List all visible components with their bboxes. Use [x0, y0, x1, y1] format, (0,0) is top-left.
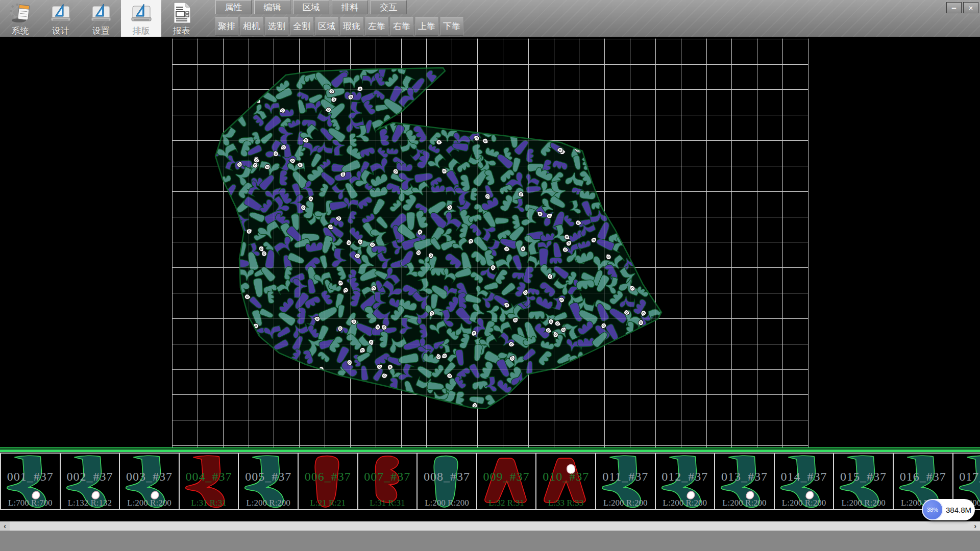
piece-lr-label: L:31 R:31 [180, 498, 238, 508]
tool-align-right[interactable]: 右靠 [390, 17, 413, 36]
app-tab-label: 排版 [133, 25, 150, 37]
app-tab-label: 设置 [92, 25, 110, 37]
piece-thumbnail-strip: 001_#37L:700 R:700002_#37L:132 R:132003_… [0, 453, 980, 510]
piece-thumbnail[interactable]: 015_#37L:200 R:200 [833, 453, 894, 510]
piece-thumbnail[interactable]: 005_#37L:200 R:200 [238, 453, 299, 510]
piece-lr-label: L:200 R:200 [834, 498, 893, 508]
app-tab-label: 报表 [173, 25, 190, 37]
piece-lr-label: L:200 R:200 [239, 498, 298, 508]
piece-id-label: 006_#37 [299, 470, 357, 484]
piece-thumbnail[interactable]: 012_#37L:200 R:200 [655, 453, 716, 510]
piece-id-label: 008_#37 [418, 470, 476, 484]
tool-align-bottom[interactable]: 下靠 [440, 17, 463, 36]
piece-id-label: 007_#37 [358, 470, 417, 484]
window-footer [0, 531, 980, 551]
piece-lr-label: L:32 R:31 [477, 498, 536, 508]
system-icon [9, 1, 32, 24]
ruler-icon [89, 1, 113, 24]
app-tab-system[interactable]: 系统 [0, 0, 40, 37]
piece-lr-label: L:200 R:200 [715, 498, 774, 508]
piece-id-label: 012_#37 [656, 470, 715, 484]
piece-id-label: 015_#37 [834, 470, 893, 484]
piece-lr-label: L:31 R:31 [358, 498, 417, 508]
tool-cluster-nest[interactable]: 聚排 [215, 17, 238, 36]
piece-id-label: 002_#37 [61, 470, 119, 484]
app-tab-label: 系统 [12, 25, 29, 37]
app-tab-bar: 系统设计设置排版报表 [0, 0, 202, 37]
tool-defect[interactable]: 瑕疵 [340, 17, 363, 36]
piece-lr-label: L:200 R:200 [120, 498, 179, 508]
strip-separator-band [0, 449, 980, 452]
progress-percent: 38% [927, 507, 938, 513]
app-tab-layout[interactable]: 排版 [121, 0, 161, 37]
piece-thumbnail[interactable]: 008_#37L:200 R:200 [416, 453, 477, 510]
piece-thumbnail[interactable]: 013_#37L:200 R:200 [714, 453, 775, 510]
piece-thumbnail[interactable]: 006_#37L:21 R:21 [298, 453, 358, 510]
close-button[interactable]: ✕ [963, 2, 978, 13]
piece-id-label: 011_#37 [596, 470, 655, 484]
menu-bar: 属性编辑区域排料交互 [215, 0, 407, 15]
menu-material[interactable]: 排料 [332, 0, 368, 14]
piece-lr-label: L:200 R:200 [418, 498, 476, 508]
scroll-left-arrow[interactable]: ‹ [0, 521, 10, 531]
piece-lr-label: L:200 R:200 [656, 498, 715, 508]
nesting-workspace: 001_#37L:700 R:700002_#37L:132 R:132003_… [0, 37, 980, 521]
piece-thumbnail[interactable]: 007_#37L:31 R:31 [357, 453, 418, 510]
scroll-right-arrow[interactable]: › [970, 521, 980, 531]
piece-lr-label: L:21 R:21 [299, 498, 357, 508]
tool-full-cut[interactable]: 全割 [290, 17, 313, 36]
piece-id-label: 017_#37 [953, 470, 980, 484]
piece-lr-label: L:132 R:132 [61, 498, 119, 508]
ruler-icon [130, 1, 153, 24]
menu-edit[interactable]: 编辑 [254, 0, 290, 14]
piece-thumbnail[interactable]: 002_#37L:132 R:132 [60, 453, 120, 510]
piece-id-label: 016_#37 [894, 470, 952, 484]
progress-circle: 38% [922, 499, 943, 520]
piece-id-label: 004_#37 [180, 470, 238, 484]
menu-interact[interactable]: 交互 [371, 0, 407, 14]
tool-select-cut[interactable]: 选割 [265, 17, 288, 36]
piece-id-label: 010_#37 [536, 470, 595, 484]
tool-align-top[interactable]: 上靠 [415, 17, 438, 36]
tool-align-left[interactable]: 左靠 [365, 17, 388, 36]
piece-lr-label: L:700 R:700 [1, 498, 60, 508]
memory-status-badge[interactable]: 38% 384.8M [923, 499, 975, 520]
piece-lr-label: L:33 R:33 [536, 498, 595, 508]
piece-thumbnail[interactable]: 003_#37L:200 R:200 [119, 453, 180, 510]
memory-value: 384.8M [946, 506, 971, 514]
piece-id-label: 014_#37 [775, 470, 834, 484]
menu-region[interactable]: 区域 [293, 0, 329, 14]
tool-region[interactable]: 区域 [315, 17, 338, 36]
piece-thumbnail[interactable]: 009_#37L:32 R:31 [476, 453, 537, 510]
menu-properties[interactable]: 属性 [215, 0, 252, 14]
top-toolbar: 系统设计设置排版报表 属性编辑区域排料交互 聚排相机选割全割区域瑕疵左靠右靠上靠… [0, 0, 980, 37]
piece-id-label: 013_#37 [715, 470, 774, 484]
strip-separator-line [0, 447, 980, 448]
piece-thumbnail[interactable]: 011_#37L:200 R:200 [595, 453, 656, 510]
nest-canvas[interactable] [0, 37, 980, 447]
horizontal-scrollbar[interactable]: ‹ › [0, 521, 980, 531]
piece-thumbnail[interactable]: 010_#37L:33 R:33 [535, 453, 596, 510]
minimize-button[interactable]: — [946, 2, 962, 13]
app-tab-settings[interactable]: 设置 [81, 0, 121, 37]
app-tab-report[interactable]: 报表 [161, 0, 202, 37]
app-tab-label: 设计 [52, 25, 69, 37]
piece-thumbnail[interactable]: 004_#37L:31 R:31 [179, 453, 239, 510]
piece-id-label: 001_#37 [1, 470, 60, 484]
piece-thumbnail[interactable]: 001_#37L:700 R:700 [0, 453, 61, 510]
ruler-icon [49, 1, 72, 24]
piece-id-label: 003_#37 [120, 470, 179, 484]
piece-thumbnail[interactable]: 014_#37L:200 R:200 [774, 453, 835, 510]
piece-lr-label: L:200 R:200 [596, 498, 655, 508]
piece-lr-label: L:200 R:200 [775, 498, 834, 508]
piece-id-label: 009_#37 [477, 470, 536, 484]
tool-camera[interactable]: 相机 [240, 17, 263, 36]
window-controls: — ✕ [946, 2, 978, 13]
piece-id-label: 005_#37 [239, 470, 298, 484]
app-tab-design[interactable]: 设计 [40, 0, 81, 37]
report-icon [170, 1, 193, 24]
tool-bar: 聚排相机选割全割区域瑕疵左靠右靠上靠下靠 [215, 17, 463, 36]
nesting-app-window: 系统设计设置排版报表 属性编辑区域排料交互 聚排相机选割全割区域瑕疵左靠右靠上靠… [0, 0, 980, 551]
